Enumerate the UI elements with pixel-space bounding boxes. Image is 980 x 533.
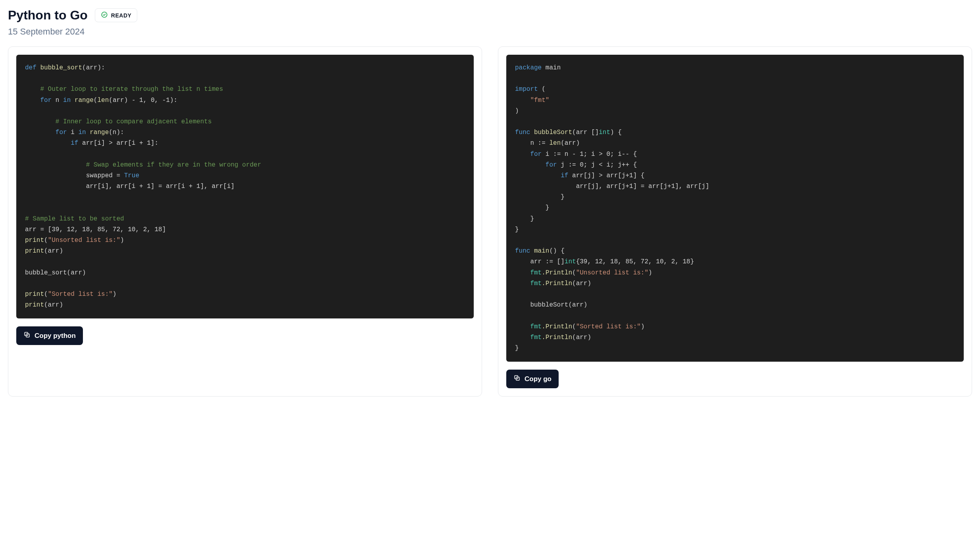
check-circle-icon: [101, 11, 108, 19]
status-label: READY: [111, 12, 132, 19]
python-panel: def bubble_sort(arr): # Outer loop to it…: [8, 46, 482, 397]
go-panel: package main import ( "fmt" ) func bubbl…: [498, 46, 972, 397]
status-badge: READY: [95, 8, 138, 22]
copy-go-button[interactable]: Copy go: [506, 370, 559, 388]
copy-python-button[interactable]: Copy python: [16, 326, 83, 345]
copy-icon: [513, 374, 521, 383]
copy-go-label: Copy go: [525, 375, 551, 383]
page-title: Python to Go: [8, 8, 88, 23]
copy-python-label: Copy python: [35, 332, 76, 340]
panels: def bubble_sort(arr): # Outer loop to it…: [8, 46, 972, 397]
go-code: package main import ( "fmt" ) func bubbl…: [506, 55, 964, 362]
date: 15 September 2024: [8, 27, 972, 37]
header-row: Python to Go READY: [8, 8, 972, 23]
python-code: def bubble_sort(arr): # Outer loop to it…: [16, 55, 474, 318]
copy-icon: [23, 331, 31, 340]
